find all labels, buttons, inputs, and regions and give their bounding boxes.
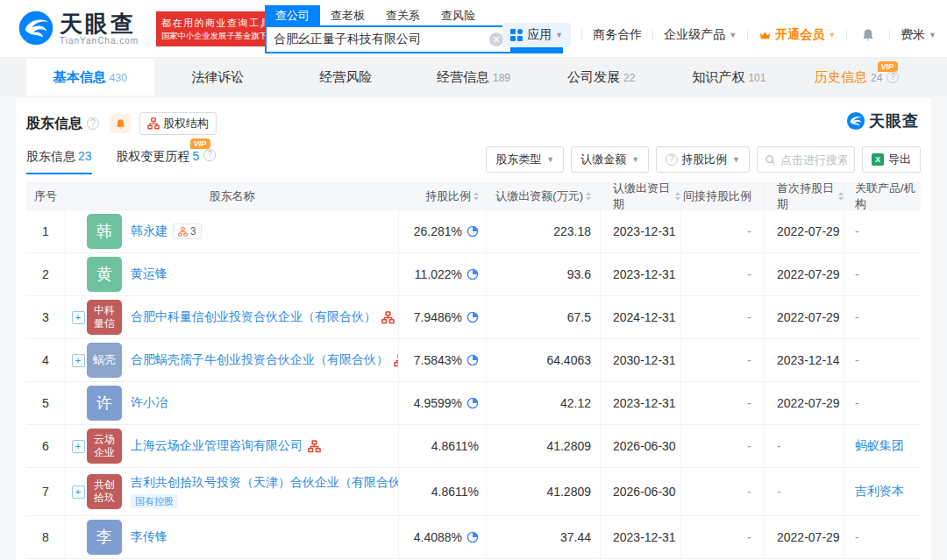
vip-badge: VIP	[878, 61, 899, 72]
shareholder-avatar[interactable]: 许	[87, 386, 122, 421]
related-product-value: -	[855, 353, 859, 367]
tab-basic-info[interactable]: 基本信息430	[26, 59, 154, 96]
amount-value: 42.12	[560, 396, 591, 410]
shareholder-avatar[interactable]: 共创 拾玖	[87, 474, 122, 509]
tab-operation-info[interactable]: 经营信息189	[409, 59, 538, 96]
search-tab-company[interactable]: 查公司	[265, 5, 320, 25]
shareholder-name-link[interactable]: 韩永建	[131, 223, 167, 239]
vip-badge: VIP	[190, 138, 211, 149]
shareholding-pie-icon[interactable]	[466, 354, 479, 366]
tab-intellectual-property[interactable]: 知识产权101	[666, 59, 794, 96]
shareholder-name-link[interactable]: 许小冶	[131, 395, 167, 411]
shareholder-avatar[interactable]: 李	[87, 520, 122, 555]
export-button[interactable]: X 导出	[862, 146, 921, 173]
search-tab-risk[interactable]: 查风险	[431, 5, 486, 25]
shareholding-pie-icon[interactable]	[466, 531, 479, 543]
bell-icon	[115, 118, 126, 130]
shareholder-avatar[interactable]: 中科 量信	[87, 300, 122, 335]
ratio-value: 4.8611%	[431, 439, 479, 453]
help-icon[interactable]: ?	[203, 149, 216, 161]
tab-history-info[interactable]: VIP 历史信息24 ?	[793, 59, 921, 96]
org-chart-icon	[147, 117, 160, 130]
subtab-equity-change-history[interactable]: VIP 股权变更历程 5 ?	[117, 149, 217, 174]
header-ratio-sortable[interactable]: 持股比例	[399, 183, 487, 209]
table-header-row: 序号 股东名称 持股比例 认缴出资额(万元) 认缴出资日期 间接持股比例	[26, 182, 921, 210]
help-icon[interactable]: ?	[886, 71, 899, 83]
amount-value: 64.4063	[546, 353, 591, 367]
user-menu[interactable]: 费米 ▼	[901, 27, 936, 43]
date-value: 2030-12-31	[613, 353, 676, 367]
shareholder-name-link[interactable]: 上海云场企业管理咨询有限公司	[131, 438, 303, 454]
indirect-ratio-value: -	[747, 310, 751, 324]
chevron-down-icon: ▼	[828, 31, 836, 39]
shareholding-pie-icon[interactable]	[466, 311, 479, 323]
equity-structure-icon[interactable]	[308, 440, 321, 453]
shareholder-name-link[interactable]: 合肥蜗壳孺子牛创业投资合伙企业（有限合伙）	[131, 352, 388, 368]
enterprise-products-menu[interactable]: 企业级产品 ▼	[664, 27, 737, 43]
equity-structure-button[interactable]: 股权结构	[139, 112, 217, 135]
search-tab-relation[interactable]: 查关系	[375, 5, 431, 25]
header-amount-sortable[interactable]: 认缴出资额(万元)	[487, 183, 601, 209]
shareholder-name-link[interactable]: 吉利共创拾玖号投资（天津）合伙企业（有限合伙）	[131, 475, 399, 491]
tianyancha-page: 天眼查 TianYanCha.com 都在用的商业查询工具 国家中小企业发展子基…	[0, 0, 947, 560]
business-cooperation-link[interactable]: 商务合作	[593, 27, 642, 43]
related-product-value[interactable]: 蚂蚁集团	[855, 438, 904, 454]
shareholding-ratio-filter[interactable]: ? 持股比例 ▼	[656, 146, 750, 173]
expand-row-button[interactable]: +	[72, 440, 85, 453]
related-product-value: -	[855, 396, 859, 410]
expand-row-button[interactable]: +	[72, 486, 85, 499]
site-logo[interactable]: 天眼查 TianYanCha.com	[18, 10, 139, 46]
equity-structure-icon[interactable]	[381, 311, 395, 324]
table-row: 1 韩 韩永建 3 26.281% 223.18	[26, 210, 921, 253]
table-row: 5 许 许小冶 4.9599% 42.12 2023-12-31 - 2022-…	[26, 382, 921, 425]
sort-icon	[586, 191, 591, 202]
shareholding-pie-icon[interactable]	[466, 397, 479, 409]
header-first-date-sortable[interactable]: 首次持股日期	[765, 183, 844, 209]
apps-menu[interactable]: 应用 ▼	[502, 23, 571, 47]
shareholder-type-filter[interactable]: 股东类型 ▼	[486, 146, 564, 173]
first-date-value: 2022-07-29	[777, 224, 840, 238]
clear-search-icon[interactable]: ✕	[489, 32, 503, 46]
shareholder-avatar[interactable]: 蜗壳	[87, 343, 122, 378]
open-vip-menu[interactable]: 开通会员 ▼	[758, 27, 836, 43]
indirect-ratio-value: -	[747, 485, 751, 499]
chevron-down-icon: ▼	[729, 31, 737, 39]
shareholder-name-link[interactable]: 合肥中科量信创业投资合伙企业（有限合伙）	[131, 309, 376, 325]
header-date-sortable[interactable]: 认缴出资日期	[601, 183, 681, 209]
shareholder-name-link[interactable]: 李传锋	[131, 529, 167, 545]
tab-legal-litigation[interactable]: 法律诉讼	[154, 59, 282, 96]
related-product-value: -	[855, 224, 859, 238]
promo-banner: 都在用的商业查询工具 国家中小企业发展子基金旗下机构	[156, 11, 265, 46]
chevron-down-icon: ▼	[555, 31, 563, 39]
paid-amount-filter[interactable]: 认缴金额 ▼	[571, 146, 649, 173]
date-value: 2026-06-30	[613, 439, 676, 453]
monitor-bell-button[interactable]	[110, 114, 131, 133]
tab-operation-risk[interactable]: 经营风险	[281, 59, 409, 96]
tab-company-development[interactable]: 公司发展22	[538, 59, 666, 96]
shareholding-pie-icon[interactable]	[466, 225, 479, 237]
logo-domain: TianYanCha.com	[60, 36, 139, 46]
expand-row-button[interactable]: +	[72, 354, 85, 367]
promo-line-1: 都在用的商业查询工具	[161, 17, 260, 30]
chevron-down-icon: ▼	[546, 155, 554, 164]
search-input-wrap: ✕	[265, 25, 512, 53]
related-product-value[interactable]: 吉利资本	[855, 484, 904, 500]
row-seq: 1	[42, 224, 49, 238]
ratio-value: 7.9486%	[414, 310, 462, 324]
help-icon[interactable]: ?	[87, 117, 99, 130]
notification-bell-icon[interactable]	[861, 28, 875, 42]
shareholder-avatar[interactable]: 韩	[87, 214, 122, 249]
expand-row-button[interactable]: +	[72, 311, 85, 324]
date-value: 2026-06-30	[613, 485, 676, 499]
shareholder-name-link[interactable]: 黄运锋	[131, 266, 167, 282]
table-search-input[interactable]	[780, 153, 847, 167]
shareholder-avatar[interactable]: 云场 企业	[87, 429, 122, 464]
subtab-shareholder-info[interactable]: 股东信息 23	[26, 149, 92, 174]
shareholder-avatar[interactable]: 黄	[87, 257, 122, 292]
search-tab-boss[interactable]: 查老板	[320, 5, 375, 25]
partner-count-badge[interactable]: 3	[173, 223, 202, 239]
search-icon	[765, 154, 776, 166]
company-search-input[interactable]	[267, 32, 489, 46]
company-nav-tabs: 基本信息430 法律诉讼 经营风险 经营信息189 公司发展22 知识产权101…	[0, 59, 947, 96]
shareholding-pie-icon[interactable]	[466, 268, 479, 280]
